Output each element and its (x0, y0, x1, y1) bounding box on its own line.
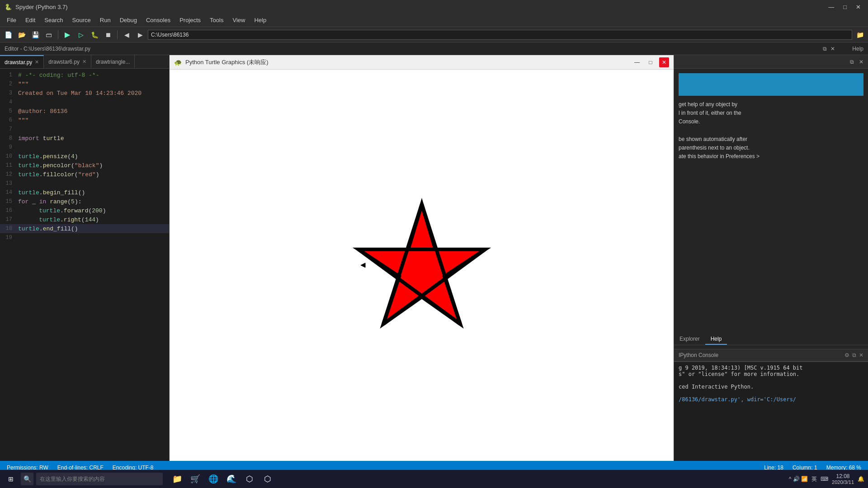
save-all-button[interactable]: 🗃 (43, 29, 55, 41)
clock-date: 2020/3/11 (832, 479, 854, 485)
back-button[interactable]: ◀ (121, 29, 132, 41)
code-line-19: 19 (0, 233, 169, 242)
menu-edit[interactable]: Edit (21, 15, 40, 25)
console-line-3 (679, 377, 863, 384)
close-button[interactable]: ✕ (853, 3, 863, 11)
taskbar-app-icons: 📁 🛒 🌐 🌊 ⬡ ⬡ (169, 471, 276, 487)
console-icons: ⚙ ⧉ ✕ (844, 352, 863, 358)
taskbar-sys-tray: ^ 🔊 📶 英 ⌨ 12:08 2020/3/11 🔔 (789, 473, 864, 485)
menu-file[interactable]: File (2, 15, 21, 25)
run-cell-button[interactable]: ▷ (75, 29, 87, 41)
code-line-8: 8 import turtle (0, 134, 169, 143)
menu-debug[interactable]: Debug (115, 15, 142, 25)
code-line-18: 18 turtle.end_fill() (0, 224, 169, 233)
code-line-3: 3 Created on Tue Mar 10 14:23:46 2020 (0, 89, 169, 98)
code-line-1: 1 # -*- coding: utf-8 -*- (0, 70, 169, 80)
maximize-button[interactable]: □ (840, 3, 849, 11)
turtle-titlebar: 🐢 Python Turtle Graphics (未响应) — □ ✕ (170, 55, 674, 70)
tab-drawtriangle-label: drawtriangle... (96, 59, 130, 65)
tab-drawstar-close[interactable]: ✕ (35, 59, 39, 65)
tab-explorer[interactable]: Explorer (674, 334, 705, 345)
help-label: Help (852, 46, 863, 52)
editor-panel: drawstar.py ✕ drawstar6.py ✕ drawtriangl… (0, 55, 170, 474)
notification-icon[interactable]: 🔔 (858, 476, 864, 482)
close-editor-button[interactable]: ✕ (830, 46, 835, 52)
help-text-2: l in front of it, either on the (679, 109, 863, 117)
console-header: IPython Console ⚙ ⧉ ✕ (674, 349, 868, 361)
help-text-6: ate this behavior in Preferences > (679, 152, 863, 161)
console-close-icon[interactable]: ✕ (859, 352, 863, 358)
code-line-10: 10 turtle.pensize(4) (0, 152, 169, 161)
menu-search[interactable]: Search (40, 15, 67, 25)
menu-tools[interactable]: Tools (205, 15, 228, 25)
code-line-4: 4 (0, 98, 169, 107)
title-bar: 🐍 Spyder (Python 3.7) — □ ✕ (0, 0, 868, 14)
menu-view[interactable]: View (228, 15, 250, 25)
help-blue-banner (679, 73, 863, 96)
help-panel-header: ⧉ ✕ (674, 55, 868, 69)
tab-drawstar6-close[interactable]: ✕ (82, 59, 86, 65)
svg-marker-6 (361, 263, 365, 267)
search-icon: 🔍 (24, 475, 31, 483)
console-panel[interactable]: g 9 2019, 18:34:13) [MSC v.1915 64 bit s… (674, 361, 868, 474)
tab-drawstar6[interactable]: drawstar6.py ✕ (44, 55, 91, 68)
save-button[interactable]: 💾 (29, 29, 41, 41)
code-line-7: 7 (0, 125, 169, 134)
help-text-3: Console. (679, 117, 863, 126)
console-settings-icon[interactable]: ⚙ (844, 352, 849, 358)
tab-drawstar[interactable]: drawstar.py ✕ (0, 55, 44, 68)
clock: 12:08 2020/3/11 (832, 473, 854, 485)
tab-drawstar-label: drawstar.py (5, 59, 32, 66)
menu-source[interactable]: Source (68, 15, 95, 25)
taskbar-chrome-icon[interactable]: 🌐 (205, 471, 222, 487)
code-line-17: 17 turtle.right(144) (0, 215, 169, 224)
console-float-icon[interactable]: ⧉ (852, 352, 856, 358)
code-line-14: 14 turtle.begin_fill() (0, 188, 169, 197)
turtle-minimize-button[interactable]: — (632, 57, 642, 67)
debug-button[interactable]: 🐛 (89, 29, 100, 41)
tab-drawtriangle[interactable]: drawtriangle... (91, 55, 135, 68)
minimize-button[interactable]: — (826, 3, 837, 11)
tab-drawstar6-label: drawstar6.py (48, 59, 80, 65)
menu-help[interactable]: Help (250, 15, 271, 25)
close-help-button[interactable]: ✕ (859, 59, 863, 65)
help-text-5: parenthesis next to an object. (679, 144, 863, 152)
help-tabs: Explorer Help (674, 334, 868, 345)
sys-tray-icons: ^ 🔊 📶 (789, 476, 808, 482)
float-icon[interactable]: ⧉ (850, 59, 854, 65)
new-file-button[interactable]: 📄 (2, 29, 14, 41)
ime-icon: ⌨ (821, 476, 828, 482)
taskbar-store-icon[interactable]: 🛒 (187, 471, 203, 487)
app-title: Spyder (Python 3.7) (15, 4, 826, 10)
float-button[interactable]: ⧉ (823, 46, 827, 52)
turtle-canvas (170, 70, 674, 474)
console-line-4: ced Interactive Python. (679, 384, 863, 390)
taskbar-app2-icon[interactable]: ⬡ (259, 471, 276, 487)
path-input[interactable] (148, 30, 852, 40)
browse-button[interactable]: 📁 (854, 29, 866, 41)
clock-time: 12:08 (832, 473, 854, 479)
console-line-1: g 9 2019, 18:34:13) [MSC v.1915 64 bit (679, 365, 863, 371)
open-button[interactable]: 📂 (16, 29, 28, 41)
taskbar-app1-icon[interactable]: ⬡ (241, 471, 258, 487)
start-button[interactable]: ⊞ (4, 472, 18, 486)
code-line-2: 2 """ (0, 80, 169, 89)
separator-2 (117, 30, 118, 39)
console-line-5 (679, 390, 863, 396)
taskbar-search-bar[interactable]: 在这里输入你要搜索的内容 (36, 473, 163, 485)
forward-button[interactable]: ▶ (134, 29, 146, 41)
menu-consoles[interactable]: Consoles (142, 15, 175, 25)
tab-help[interactable]: Help (705, 334, 727, 345)
taskbar-explorer-icon[interactable]: 📁 (169, 471, 185, 487)
run-button[interactable]: ▶ (61, 29, 73, 41)
menu-projects[interactable]: Projects (175, 15, 205, 25)
menu-run[interactable]: Run (95, 15, 115, 25)
turtle-close-button[interactable]: ✕ (659, 57, 669, 67)
search-icon-btn[interactable]: 🔍 (21, 473, 33, 485)
taskbar-edge-icon[interactable]: 🌊 (223, 471, 240, 487)
stop-button[interactable]: ⏹ (102, 29, 114, 41)
code-line-9: 9 (0, 143, 169, 152)
code-line-16: 16 turtle.forward(200) (0, 206, 169, 215)
turtle-maximize-button[interactable]: □ (646, 57, 656, 67)
code-area[interactable]: 1 # -*- coding: utf-8 -*- 2 """ 3 Create… (0, 69, 169, 474)
